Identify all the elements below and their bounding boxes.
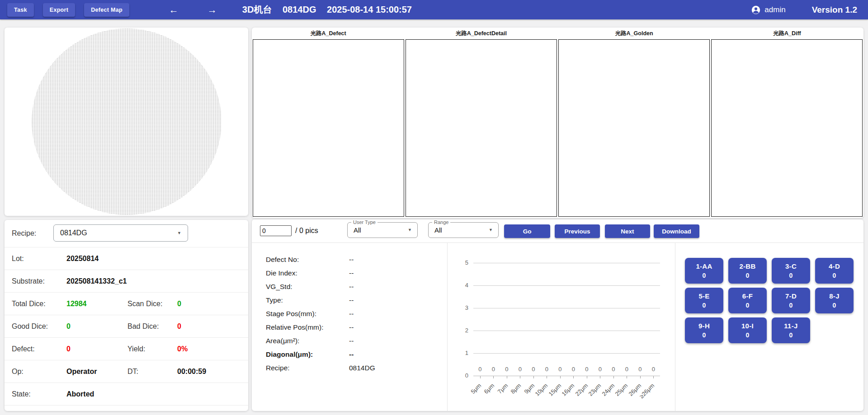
info-label: Substrate: bbox=[12, 277, 45, 285]
category-button-label: 7-D bbox=[785, 292, 797, 300]
info-label: Defect: bbox=[12, 345, 35, 353]
info-row: Substrate:202508141332_c1 bbox=[5, 270, 248, 293]
defect-info-value: -- bbox=[349, 350, 354, 359]
defect-info-row: VG_Std:-- bbox=[252, 280, 447, 294]
x-axis-tick bbox=[573, 376, 574, 378]
user-type-value: All bbox=[354, 226, 361, 234]
x-axis-tick bbox=[533, 376, 534, 378]
defect-map-button[interactable]: Defect Map bbox=[84, 3, 129, 17]
category-button-8-J[interactable]: 8-J0 bbox=[815, 288, 854, 313]
defect-info-value: -- bbox=[349, 337, 354, 345]
download-button[interactable]: Download bbox=[654, 224, 699, 238]
category-button-4-D[interactable]: 4-D0 bbox=[815, 258, 854, 284]
defect-info-list: Defect No:--Die Index:--VG_Std:--Type:--… bbox=[252, 243, 448, 411]
machine-name: 3D机台 bbox=[242, 5, 272, 14]
image-boxes bbox=[252, 39, 863, 217]
forward-arrow-icon[interactable]: → bbox=[208, 5, 217, 14]
category-button-11-J[interactable]: 11-J0 bbox=[772, 317, 810, 343]
category-button-label: 6-F bbox=[742, 292, 753, 300]
defect-info-label: Die Index: bbox=[266, 269, 297, 277]
current-recipe: 0814DG bbox=[283, 5, 316, 14]
version-label: Version 1.2 bbox=[812, 5, 857, 15]
username[interactable]: admin bbox=[764, 5, 785, 14]
task-button[interactable]: Task bbox=[7, 3, 34, 17]
category-button-10-I[interactable]: 10-I0 bbox=[728, 317, 767, 343]
export-button[interactable]: Export bbox=[43, 3, 75, 17]
category-button-count: 0 bbox=[789, 302, 793, 309]
defect-info-row: Type:-- bbox=[252, 294, 447, 307]
x-axis-tick bbox=[493, 376, 494, 378]
defect-info-row: Die Index:-- bbox=[252, 266, 447, 280]
x-axis-tick bbox=[613, 376, 614, 378]
category-button-1-AA[interactable]: 1-AA0 bbox=[685, 258, 723, 284]
info-label: Lot: bbox=[12, 255, 24, 263]
category-button-9-H[interactable]: 9-H0 bbox=[685, 317, 723, 343]
recipe-select[interactable]: 0814DG ▼ bbox=[53, 224, 188, 242]
defect-info-value: -- bbox=[349, 269, 354, 277]
category-button-label: 11-J bbox=[784, 322, 797, 330]
go-button[interactable]: Go bbox=[504, 224, 550, 238]
image-box-defect-detail bbox=[406, 39, 557, 217]
range-legend: Range bbox=[432, 220, 450, 225]
defect-info-value: -- bbox=[349, 296, 354, 304]
info-label: Good Dice: bbox=[12, 322, 48, 331]
category-button-5-E[interactable]: 5-E0 bbox=[685, 288, 723, 313]
range-select[interactable]: Range All ▼ bbox=[428, 220, 499, 238]
chart-gridline bbox=[473, 331, 660, 331]
defect-info-value: -- bbox=[349, 310, 354, 318]
next-button[interactable]: Next bbox=[605, 224, 650, 238]
info-value: 202508141332_c1 bbox=[66, 277, 127, 285]
defect-browser-body: Defect No:--Die Index:--VG_Std:--Type:--… bbox=[252, 243, 863, 411]
x-axis-tick bbox=[600, 376, 600, 378]
category-button-7-D[interactable]: 7-D0 bbox=[772, 288, 810, 313]
defect-info-label: Relative Pos(mm): bbox=[266, 323, 323, 331]
user-type-select[interactable]: User Type All ▼ bbox=[347, 220, 418, 238]
info-label: Total Dice: bbox=[12, 300, 46, 308]
info-value: 0% bbox=[177, 345, 188, 353]
category-button-count: 0 bbox=[789, 272, 793, 279]
y-axis-tick-label: 3 bbox=[452, 304, 468, 311]
chevron-down-icon: ▼ bbox=[489, 228, 493, 232]
pic-index-input[interactable] bbox=[260, 225, 292, 236]
info-row: Total Dice:12984Scan Dice:0 bbox=[5, 293, 248, 315]
chart-gridline bbox=[473, 285, 660, 286]
defect-info-row: Defect No:-- bbox=[252, 253, 447, 266]
category-button-6-F[interactable]: 6-F0 bbox=[728, 288, 767, 313]
defect-info-label: Stage Pos(mm): bbox=[266, 310, 316, 318]
image-box-defect bbox=[253, 39, 404, 217]
image-title-golden: 光路A_Golden bbox=[558, 30, 711, 37]
user-icon bbox=[751, 5, 761, 15]
topbar-buttons: Task Export Defect Map bbox=[0, 3, 129, 17]
info-label: DT: bbox=[127, 368, 138, 376]
image-box-golden bbox=[558, 39, 710, 217]
info-label: Yield: bbox=[127, 345, 145, 353]
defect-info-value: -- bbox=[349, 323, 354, 331]
category-button-2-BB[interactable]: 2-BB0 bbox=[728, 258, 767, 284]
category-button-count: 0 bbox=[833, 302, 836, 309]
category-button-count: 0 bbox=[746, 331, 750, 339]
category-button-label: 10-I bbox=[741, 322, 754, 330]
info-label: State: bbox=[12, 390, 31, 398]
chevron-down-icon: ▼ bbox=[408, 228, 412, 232]
topbar-right: admin Version 1.2 bbox=[751, 5, 868, 15]
image-title-defect: 光路A_Defect bbox=[252, 30, 405, 37]
image-panel-titles: 光路A_Defect 光路A_DefectDetail 光路A_Golden 光… bbox=[252, 28, 863, 39]
defect-info-label: Type: bbox=[266, 296, 283, 304]
recipe-label: Recipe: bbox=[12, 229, 36, 238]
category-button-count: 0 bbox=[833, 272, 836, 279]
chart-gridline bbox=[473, 353, 660, 354]
info-value: 20250814 bbox=[66, 255, 99, 263]
back-arrow-icon[interactable]: ← bbox=[169, 5, 179, 14]
lot-info-rows: Lot:20250814Substrate:202508141332_c1Tot… bbox=[5, 247, 248, 406]
pics-count-label: / 0 pics bbox=[295, 227, 318, 235]
category-button-3-C[interactable]: 3-C0 bbox=[772, 258, 810, 284]
wafer-map[interactable] bbox=[32, 28, 222, 215]
x-axis-tick bbox=[520, 376, 520, 378]
defect-info-row: Area(μm²):-- bbox=[252, 334, 447, 348]
y-axis-tick-label: 1 bbox=[452, 350, 468, 356]
info-value: 0 bbox=[66, 322, 71, 331]
user-type-legend: User Type bbox=[351, 220, 377, 225]
x-axis-tick bbox=[547, 376, 547, 378]
previous-button[interactable]: Previous bbox=[555, 224, 600, 238]
info-value: 00:00:59 bbox=[177, 368, 206, 376]
